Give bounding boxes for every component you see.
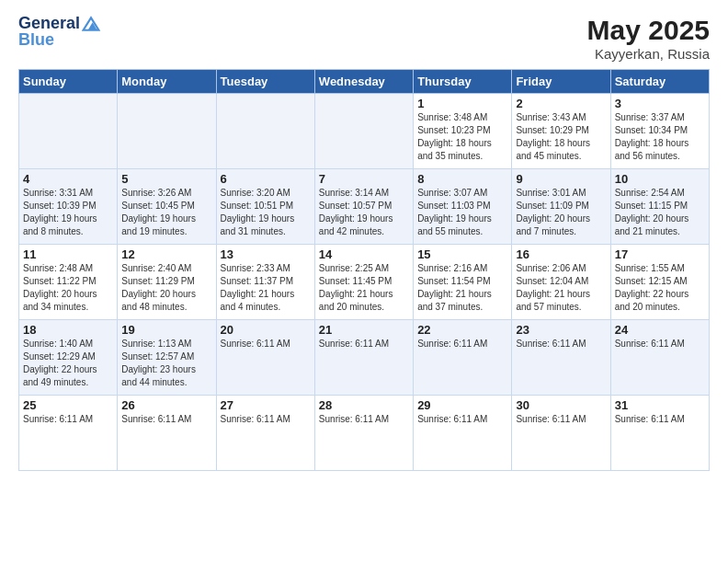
table-row: 29Sunrise: 6:11 AM [414, 396, 512, 471]
day-info: Sunrise: 6:11 AM [516, 413, 606, 426]
day-info: Sunrise: 6:11 AM [516, 338, 606, 350]
day-info: Sunrise: 6:11 AM [221, 338, 311, 350]
calendar-week-row: 4Sunrise: 3:31 AM Sunset: 10:39 PM Dayli… [19, 169, 710, 245]
day-number: 9 [516, 172, 606, 186]
day-info: Sunrise: 3:43 AM Sunset: 10:29 PM Daylig… [516, 111, 606, 163]
col-thursday: Thursday [414, 70, 512, 94]
day-number: 15 [417, 247, 507, 261]
day-info: Sunrise: 2:48 AM Sunset: 11:22 PM Daylig… [23, 262, 113, 314]
logo-icon [82, 15, 100, 33]
day-number: 29 [417, 398, 507, 412]
table-row: 23Sunrise: 6:11 AM [512, 320, 610, 396]
table-row: 30Sunrise: 6:11 AM [512, 396, 610, 471]
day-number: 1 [417, 97, 507, 110]
day-info: Sunrise: 3:14 AM Sunset: 10:57 PM Daylig… [319, 187, 409, 238]
day-info: Sunrise: 2:16 AM Sunset: 11:54 PM Daylig… [417, 262, 507, 314]
day-number: 20 [221, 323, 311, 337]
day-info: Sunrise: 2:54 AM Sunset: 11:15 PM Daylig… [615, 187, 705, 238]
day-info: Sunrise: 3:26 AM Sunset: 10:45 PM Daylig… [121, 187, 211, 238]
calendar-header-row: Sunday Monday Tuesday Wednesday Thursday… [19, 70, 710, 94]
table-row: 11Sunrise: 2:48 AM Sunset: 11:22 PM Dayl… [19, 245, 118, 320]
table-row: 28Sunrise: 6:11 AM [314, 396, 413, 471]
day-info: Sunrise: 3:37 AM Sunset: 10:34 PM Daylig… [615, 111, 705, 163]
day-number: 11 [23, 247, 113, 261]
table-row: 3Sunrise: 3:37 AM Sunset: 10:34 PM Dayli… [610, 94, 709, 169]
day-info: Sunrise: 2:06 AM Sunset: 12:04 AM Daylig… [516, 262, 606, 314]
table-row [216, 94, 314, 169]
col-friday: Friday [512, 70, 610, 94]
table-row: 13Sunrise: 2:33 AM Sunset: 11:37 PM Dayl… [216, 245, 314, 320]
day-info: Sunrise: 6:11 AM [417, 413, 507, 426]
day-number: 26 [121, 398, 211, 412]
day-number: 23 [516, 323, 606, 337]
table-row: 26Sunrise: 6:11 AM [118, 396, 216, 471]
calendar-week-row: 25Sunrise: 6:11 AM26Sunrise: 6:11 AM27Su… [19, 396, 710, 471]
day-info: Sunrise: 6:11 AM [221, 413, 311, 426]
day-info: Sunrise: 3:07 AM Sunset: 11:03 PM Daylig… [417, 187, 507, 238]
day-info: Sunrise: 1:55 AM Sunset: 12:15 AM Daylig… [615, 262, 705, 314]
table-row: 7Sunrise: 3:14 AM Sunset: 10:57 PM Dayli… [314, 169, 413, 245]
day-info: Sunrise: 1:40 AM Sunset: 12:29 AM Daylig… [23, 338, 113, 389]
day-info: Sunrise: 2:25 AM Sunset: 11:45 PM Daylig… [319, 262, 409, 314]
day-info: Sunrise: 3:31 AM Sunset: 10:39 PM Daylig… [23, 187, 113, 238]
calendar-week-row: 1Sunrise: 3:48 AM Sunset: 10:23 PM Dayli… [19, 94, 710, 169]
month-title: May 2025 [587, 15, 710, 46]
table-row: 25Sunrise: 6:11 AM [19, 396, 118, 471]
table-row: 5Sunrise: 3:26 AM Sunset: 10:45 PM Dayli… [118, 169, 216, 245]
day-number: 8 [417, 172, 507, 186]
table-row: 8Sunrise: 3:07 AM Sunset: 11:03 PM Dayli… [414, 169, 512, 245]
table-row: 18Sunrise: 1:40 AM Sunset: 12:29 AM Dayl… [19, 320, 118, 396]
day-info: Sunrise: 2:33 AM Sunset: 11:37 PM Daylig… [221, 262, 311, 314]
day-number: 22 [417, 323, 507, 337]
table-row: 6Sunrise: 3:20 AM Sunset: 10:51 PM Dayli… [216, 169, 314, 245]
day-number: 16 [516, 247, 606, 261]
day-number: 30 [516, 398, 606, 412]
table-row: 19Sunrise: 1:13 AM Sunset: 12:57 AM Dayl… [118, 320, 216, 396]
day-info: Sunrise: 3:01 AM Sunset: 11:09 PM Daylig… [516, 187, 606, 238]
day-info: Sunrise: 6:11 AM [615, 338, 705, 350]
day-info: Sunrise: 6:11 AM [319, 338, 409, 350]
logo: General Blue [18, 15, 100, 50]
logo-blue: Blue [18, 31, 54, 50]
day-number: 7 [319, 172, 409, 186]
col-wednesday: Wednesday [314, 70, 413, 94]
day-info: Sunrise: 3:48 AM Sunset: 10:23 PM Daylig… [417, 111, 507, 163]
day-number: 4 [23, 172, 113, 186]
day-number: 13 [221, 247, 311, 261]
page: General Blue May 2025 Kayyerkan, Russia … [0, 0, 728, 563]
col-sunday: Sunday [19, 70, 118, 94]
day-number: 18 [23, 323, 113, 337]
header: General Blue May 2025 Kayyerkan, Russia [18, 15, 710, 62]
day-number: 12 [121, 247, 211, 261]
table-row: 12Sunrise: 2:40 AM Sunset: 11:29 PM Dayl… [118, 245, 216, 320]
day-number: 3 [615, 97, 705, 110]
day-number: 2 [516, 97, 606, 110]
day-info: Sunrise: 6:11 AM [417, 338, 507, 350]
table-row [19, 94, 118, 169]
day-number: 14 [319, 247, 409, 261]
calendar-week-row: 18Sunrise: 1:40 AM Sunset: 12:29 AM Dayl… [19, 320, 710, 396]
table-row [118, 94, 216, 169]
day-number: 24 [615, 323, 705, 337]
day-number: 21 [319, 323, 409, 337]
day-number: 5 [121, 172, 211, 186]
day-number: 17 [615, 247, 705, 261]
table-row: 2Sunrise: 3:43 AM Sunset: 10:29 PM Dayli… [512, 94, 610, 169]
table-row: 15Sunrise: 2:16 AM Sunset: 11:54 PM Dayl… [414, 245, 512, 320]
col-monday: Monday [118, 70, 216, 94]
day-number: 10 [615, 172, 705, 186]
table-row: 1Sunrise: 3:48 AM Sunset: 10:23 PM Dayli… [414, 94, 512, 169]
table-row: 17Sunrise: 1:55 AM Sunset: 12:15 AM Dayl… [610, 245, 709, 320]
table-row: 31Sunrise: 6:11 AM [610, 396, 709, 471]
day-info: Sunrise: 6:11 AM [615, 413, 705, 426]
table-row: 24Sunrise: 6:11 AM [610, 320, 709, 396]
day-info: Sunrise: 2:40 AM Sunset: 11:29 PM Daylig… [121, 262, 211, 314]
calendar-week-row: 11Sunrise: 2:48 AM Sunset: 11:22 PM Dayl… [19, 245, 710, 320]
day-info: Sunrise: 3:20 AM Sunset: 10:51 PM Daylig… [221, 187, 311, 238]
table-row: 16Sunrise: 2:06 AM Sunset: 12:04 AM Dayl… [512, 245, 610, 320]
day-number: 28 [319, 398, 409, 412]
day-number: 31 [615, 398, 705, 412]
table-row: 27Sunrise: 6:11 AM [216, 396, 314, 471]
location: Kayyerkan, Russia [587, 46, 710, 62]
day-number: 25 [23, 398, 113, 412]
